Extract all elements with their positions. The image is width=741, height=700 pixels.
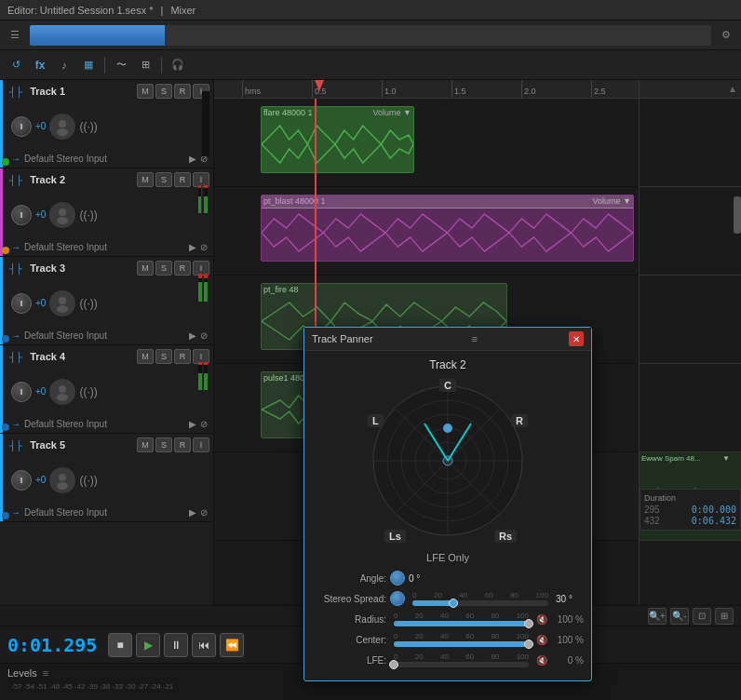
svg-point-2	[59, 209, 66, 216]
level-mark-21: -21	[163, 682, 174, 691]
track-5-record[interactable]: R	[174, 438, 191, 452]
right-panel-track2	[640, 187, 741, 276]
play-btn[interactable]: ▶	[136, 633, 160, 657]
track-1-volume-label: +0	[35, 121, 46, 131]
track-2-record[interactable]: R	[174, 172, 191, 187]
track-4-play-icon[interactable]: ▶	[189, 419, 196, 429]
track-3-solo[interactable]: S	[155, 261, 172, 276]
track-2-play-icon[interactable]: ▶	[189, 242, 196, 252]
spread-slider[interactable]	[412, 600, 548, 606]
fx-btn[interactable]: fx	[30, 55, 50, 75]
level-mark-45: -45	[61, 682, 73, 691]
track-5-solo[interactable]: S	[155, 438, 172, 452]
track-4-volume-label: +0	[35, 386, 46, 397]
track-2-mute[interactable]: M	[137, 172, 154, 187]
right-panel-header: ▲	[640, 80, 741, 99]
center-slider[interactable]	[394, 641, 529, 647]
dialog-body: Track 2 C L R Ls Rs	[304, 351, 591, 680]
track-1-play-icon[interactable]: ▶	[189, 154, 196, 164]
track-1-avatar	[49, 114, 75, 140]
level-mark-36: -36	[100, 682, 111, 691]
track-5-controls: M S R I	[137, 438, 209, 452]
radius-thumb[interactable]	[524, 619, 533, 628]
spectrum-icon[interactable]: ⊞	[135, 55, 155, 75]
panner-circle-wrap: C L R Ls Rs	[364, 377, 532, 545]
track-5-play-icon[interactable]: ▶	[189, 507, 196, 518]
duration-title: Duration	[644, 493, 736, 503]
score-btn[interactable]: ♪	[54, 55, 74, 75]
right-panel-track4	[640, 364, 741, 452]
track-4-volume-knob[interactable]	[11, 382, 32, 402]
track-1-name: Track 1	[30, 86, 65, 97]
level-mark-54: -54	[24, 682, 35, 691]
track-1-clip[interactable]: flare 48000 1 Volume ▼	[261, 106, 414, 173]
zoom-fit-btn[interactable]: ⊡	[693, 608, 711, 625]
track-3-clip-label: pt_fire 48	[263, 285, 299, 294]
track-2-clip-label: pt_blast 48000 1	[263, 196, 326, 206]
track-2-solo[interactable]: S	[155, 172, 172, 187]
stop-btn[interactable]: ■	[108, 633, 132, 657]
panner-svg[interactable]	[364, 377, 532, 545]
track-5-volume-knob[interactable]	[11, 470, 32, 491]
svg-point-20	[443, 424, 452, 433]
track-5-mute[interactable]: M	[137, 438, 154, 452]
track-2-meter-l	[198, 185, 202, 213]
track-4-record[interactable]: R	[174, 349, 191, 364]
levels-menu-icon[interactable]: ≡	[43, 667, 48, 679]
track-1-mute[interactable]: M	[137, 84, 154, 99]
track-5-input[interactable]: I	[193, 438, 209, 452]
track-panner-dialog[interactable]: Track Panner ≡ ✕ Track 2 C L R Ls Rs	[303, 327, 592, 681]
prev-btn[interactable]: ⏮	[192, 633, 216, 657]
svg-point-5	[57, 305, 68, 313]
angle-knob[interactable]	[390, 571, 405, 586]
track-1-content[interactable]: flare 48000 1 Volume ▼	[214, 99, 639, 187]
track-3-play-icon[interactable]: ▶	[189, 330, 196, 341]
track-2-content[interactable]: pt_blast 48000 1 Volume ▼	[214, 187, 639, 276]
pause-btn[interactable]: ⏸	[164, 633, 188, 657]
zoom-all-btn[interactable]: ⊞	[715, 608, 734, 625]
rew-btn[interactable]: ⏪	[220, 633, 244, 657]
panner-container: C L R Ls Rs	[312, 377, 584, 545]
wave-icon[interactable]: 〜	[111, 55, 131, 75]
menu-icon[interactable]: ☰	[4, 24, 26, 47]
zoom-in-btn[interactable]: 🔍+	[648, 608, 667, 625]
center-thumb[interactable]	[524, 639, 533, 649]
track-3-volume-knob[interactable]	[11, 293, 32, 314]
settings-icon[interactable]: ⚙	[715, 24, 737, 47]
sync-btn[interactable]: ↺	[6, 55, 26, 75]
svg-point-3	[57, 217, 68, 224]
track-2-arrow-icon: →	[11, 242, 20, 252]
track-1-solo[interactable]: S	[155, 84, 172, 99]
level-mark-27: -27	[138, 682, 149, 691]
track-1-record[interactable]: R	[174, 84, 191, 99]
levels-btn[interactable]: ▦	[78, 55, 99, 75]
dialog-close-btn[interactable]: ✕	[569, 331, 584, 346]
label-l: L	[368, 414, 384, 427]
spread-slider-thumb[interactable]	[449, 599, 458, 608]
session-timeline[interactable]	[30, 25, 711, 46]
track-4-solo[interactable]: S	[155, 349, 172, 364]
toolbar-sep2	[161, 57, 162, 74]
track-2-clip[interactable]: pt_blast 48000 1 Volume ▼	[261, 195, 634, 262]
headphones-icon[interactable]: 🎧	[168, 55, 188, 75]
track-3-mute[interactable]: M	[137, 261, 154, 276]
track-1-volume-knob[interactable]	[11, 116, 32, 137]
track-2-volume-knob[interactable]	[11, 205, 32, 225]
track-1-send-icon: ((·))	[79, 120, 97, 133]
lfe-thumb[interactable]	[389, 660, 398, 669]
track-3-volume-label: +0	[35, 298, 46, 308]
dialog-menu-icon[interactable]: ≡	[472, 333, 478, 344]
spread-knob[interactable]	[390, 591, 405, 606]
radius-slider[interactable]	[394, 621, 529, 626]
time-mark-10: 1.0	[382, 80, 451, 98]
track-1-led	[2, 158, 9, 166]
time-mark-hms: hms	[242, 80, 312, 98]
track-5-arrow-icon: →	[11, 507, 20, 518]
track-3-record[interactable]: R	[174, 261, 191, 276]
time-ruler-marks: hms 0.5 1.0 1.5 2.0 2.5 3.0 3.5 4.0 4.5 …	[214, 80, 639, 98]
scroll-thumb[interactable]	[734, 196, 741, 234]
lfe-slider[interactable]	[394, 662, 529, 667]
zoom-out-btn[interactable]: 🔍-	[670, 608, 689, 625]
track-4-mute[interactable]: M	[137, 349, 154, 364]
track-list: ┤├ Track 1 M S R I +0 ((·))	[0, 80, 214, 605]
